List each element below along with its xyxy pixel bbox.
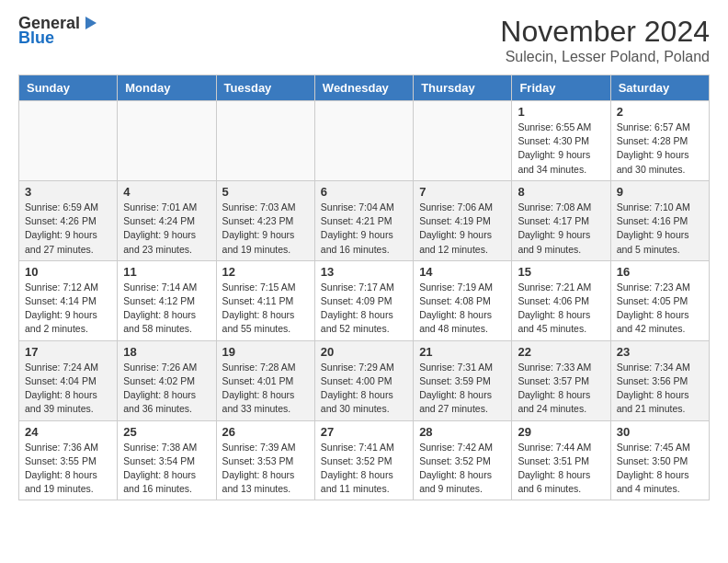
calendar-cell xyxy=(118,101,216,181)
day-number: 3 xyxy=(25,185,111,199)
calendar-cell xyxy=(314,101,413,181)
calendar-cell: 30Sunrise: 7:45 AMSunset: 3:50 PMDayligh… xyxy=(610,420,709,500)
day-info: Sunrise: 7:33 AMSunset: 3:57 PMDaylight:… xyxy=(518,361,604,417)
calendar-cell xyxy=(19,101,118,181)
day-number: 26 xyxy=(222,425,309,439)
logo-arrow-icon xyxy=(82,15,98,31)
calendar-cell: 22Sunrise: 7:33 AMSunset: 3:57 PMDayligh… xyxy=(512,340,610,420)
calendar-cell: 6Sunrise: 7:04 AMSunset: 4:21 PMDaylight… xyxy=(314,180,413,260)
day-info: Sunrise: 7:28 AMSunset: 4:01 PMDaylight:… xyxy=(222,361,309,417)
title-block: November 2024 Sulecin, Lesser Poland, Po… xyxy=(500,15,710,65)
calendar-cell: 16Sunrise: 7:23 AMSunset: 4:05 PMDayligh… xyxy=(610,260,709,340)
day-info: Sunrise: 7:14 AMSunset: 4:12 PMDaylight:… xyxy=(123,281,210,337)
day-number: 17 xyxy=(25,345,111,359)
day-number: 23 xyxy=(617,345,703,359)
calendar-cell: 27Sunrise: 7:41 AMSunset: 3:52 PMDayligh… xyxy=(314,420,413,500)
calendar-cell: 21Sunrise: 7:31 AMSunset: 3:59 PMDayligh… xyxy=(414,340,512,420)
day-number: 5 xyxy=(222,185,309,199)
page: General Blue November 2024 Sulecin, Less… xyxy=(0,0,728,515)
calendar-cell: 19Sunrise: 7:28 AMSunset: 4:01 PMDayligh… xyxy=(216,340,314,420)
day-info: Sunrise: 7:31 AMSunset: 3:59 PMDaylight:… xyxy=(419,361,506,417)
calendar-cell: 17Sunrise: 7:24 AMSunset: 4:04 PMDayligh… xyxy=(19,340,118,420)
day-number: 15 xyxy=(518,265,604,279)
calendar-cell: 8Sunrise: 7:08 AMSunset: 4:17 PMDaylight… xyxy=(512,180,610,260)
day-number: 2 xyxy=(617,105,703,119)
day-number: 12 xyxy=(222,265,309,279)
calendar-cell: 15Sunrise: 7:21 AMSunset: 4:06 PMDayligh… xyxy=(512,260,610,340)
day-info: Sunrise: 7:38 AMSunset: 3:54 PMDaylight:… xyxy=(123,441,210,497)
calendar-week-3: 10Sunrise: 7:12 AMSunset: 4:14 PMDayligh… xyxy=(19,260,710,340)
calendar-cell: 13Sunrise: 7:17 AMSunset: 4:09 PMDayligh… xyxy=(314,260,413,340)
calendar-cell: 4Sunrise: 7:01 AMSunset: 4:24 PMDaylight… xyxy=(118,180,216,260)
calendar-cell: 9Sunrise: 7:10 AMSunset: 4:16 PMDaylight… xyxy=(610,180,709,260)
day-number: 24 xyxy=(25,425,111,439)
calendar-week-5: 24Sunrise: 7:36 AMSunset: 3:55 PMDayligh… xyxy=(19,420,710,500)
day-info: Sunrise: 7:06 AMSunset: 4:19 PMDaylight:… xyxy=(419,201,506,257)
day-info: Sunrise: 7:10 AMSunset: 4:16 PMDaylight:… xyxy=(617,201,703,257)
calendar-cell: 25Sunrise: 7:38 AMSunset: 3:54 PMDayligh… xyxy=(118,420,216,500)
calendar-cell: 23Sunrise: 7:34 AMSunset: 3:56 PMDayligh… xyxy=(610,340,709,420)
calendar-week-2: 3Sunrise: 6:59 AMSunset: 4:26 PMDaylight… xyxy=(19,180,710,260)
day-number: 9 xyxy=(617,185,703,199)
calendar-cell xyxy=(216,101,314,181)
calendar-table: SundayMondayTuesdayWednesdayThursdayFrid… xyxy=(18,75,710,500)
day-number: 14 xyxy=(419,265,506,279)
calendar-cell: 2Sunrise: 6:57 AMSunset: 4:28 PMDaylight… xyxy=(610,101,709,181)
calendar-cell: 5Sunrise: 7:03 AMSunset: 4:23 PMDaylight… xyxy=(216,180,314,260)
day-number: 8 xyxy=(518,185,604,199)
day-info: Sunrise: 6:55 AMSunset: 4:30 PMDaylight:… xyxy=(518,121,604,177)
day-number: 22 xyxy=(518,345,604,359)
day-info: Sunrise: 7:12 AMSunset: 4:14 PMDaylight:… xyxy=(25,281,111,337)
calendar-cell: 18Sunrise: 7:26 AMSunset: 4:02 PMDayligh… xyxy=(118,340,216,420)
calendar-cell: 3Sunrise: 6:59 AMSunset: 4:26 PMDaylight… xyxy=(19,180,118,260)
calendar-cell: 10Sunrise: 7:12 AMSunset: 4:14 PMDayligh… xyxy=(19,260,118,340)
calendar-week-1: 1Sunrise: 6:55 AMSunset: 4:30 PMDaylight… xyxy=(19,101,710,181)
day-info: Sunrise: 7:03 AMSunset: 4:23 PMDaylight:… xyxy=(222,201,309,257)
day-info: Sunrise: 7:23 AMSunset: 4:05 PMDaylight:… xyxy=(617,281,703,337)
day-info: Sunrise: 7:34 AMSunset: 3:56 PMDaylight:… xyxy=(617,361,703,417)
day-number: 28 xyxy=(419,425,506,439)
header: General Blue November 2024 Sulecin, Less… xyxy=(18,15,710,65)
logo: General Blue xyxy=(18,15,98,48)
day-number: 16 xyxy=(617,265,703,279)
day-header-tuesday: Tuesday xyxy=(216,75,314,101)
day-number: 25 xyxy=(123,425,210,439)
calendar-cell: 20Sunrise: 7:29 AMSunset: 4:00 PMDayligh… xyxy=(314,340,413,420)
calendar-cell: 7Sunrise: 7:06 AMSunset: 4:19 PMDaylight… xyxy=(414,180,512,260)
day-number: 1 xyxy=(518,105,604,119)
day-info: Sunrise: 7:29 AMSunset: 4:00 PMDaylight:… xyxy=(321,361,407,417)
day-header-monday: Monday xyxy=(118,75,216,101)
calendar-cell: 1Sunrise: 6:55 AMSunset: 4:30 PMDaylight… xyxy=(512,101,610,181)
sub-title: Sulecin, Lesser Poland, Poland xyxy=(500,49,710,65)
calendar-week-4: 17Sunrise: 7:24 AMSunset: 4:04 PMDayligh… xyxy=(19,340,710,420)
day-number: 6 xyxy=(321,185,407,199)
day-number: 20 xyxy=(321,345,407,359)
day-number: 29 xyxy=(518,425,604,439)
day-info: Sunrise: 7:04 AMSunset: 4:21 PMDaylight:… xyxy=(321,201,407,257)
day-header-thursday: Thursday xyxy=(414,75,512,101)
calendar-header-row: SundayMondayTuesdayWednesdayThursdayFrid… xyxy=(19,75,710,101)
day-number: 19 xyxy=(222,345,309,359)
day-info: Sunrise: 7:41 AMSunset: 3:52 PMDaylight:… xyxy=(321,441,407,497)
day-number: 27 xyxy=(321,425,407,439)
day-number: 21 xyxy=(419,345,506,359)
calendar-cell xyxy=(414,101,512,181)
day-info: Sunrise: 7:17 AMSunset: 4:09 PMDaylight:… xyxy=(321,281,407,337)
logo-blue: Blue xyxy=(18,29,54,48)
day-info: Sunrise: 6:59 AMSunset: 4:26 PMDaylight:… xyxy=(25,201,111,257)
svg-marker-0 xyxy=(85,17,97,29)
calendar-cell: 11Sunrise: 7:14 AMSunset: 4:12 PMDayligh… xyxy=(118,260,216,340)
day-info: Sunrise: 7:08 AMSunset: 4:17 PMDaylight:… xyxy=(518,201,604,257)
calendar-cell: 29Sunrise: 7:44 AMSunset: 3:51 PMDayligh… xyxy=(512,420,610,500)
day-number: 30 xyxy=(617,425,703,439)
day-number: 18 xyxy=(123,345,210,359)
day-info: Sunrise: 7:19 AMSunset: 4:08 PMDaylight:… xyxy=(419,281,506,337)
day-info: Sunrise: 7:39 AMSunset: 3:53 PMDaylight:… xyxy=(222,441,309,497)
day-info: Sunrise: 7:01 AMSunset: 4:24 PMDaylight:… xyxy=(123,201,210,257)
day-info: Sunrise: 7:44 AMSunset: 3:51 PMDaylight:… xyxy=(518,441,604,497)
calendar-cell: 28Sunrise: 7:42 AMSunset: 3:52 PMDayligh… xyxy=(414,420,512,500)
day-info: Sunrise: 7:36 AMSunset: 3:55 PMDaylight:… xyxy=(25,441,111,497)
day-number: 11 xyxy=(123,265,210,279)
calendar-cell: 14Sunrise: 7:19 AMSunset: 4:08 PMDayligh… xyxy=(414,260,512,340)
calendar-cell: 24Sunrise: 7:36 AMSunset: 3:55 PMDayligh… xyxy=(19,420,118,500)
